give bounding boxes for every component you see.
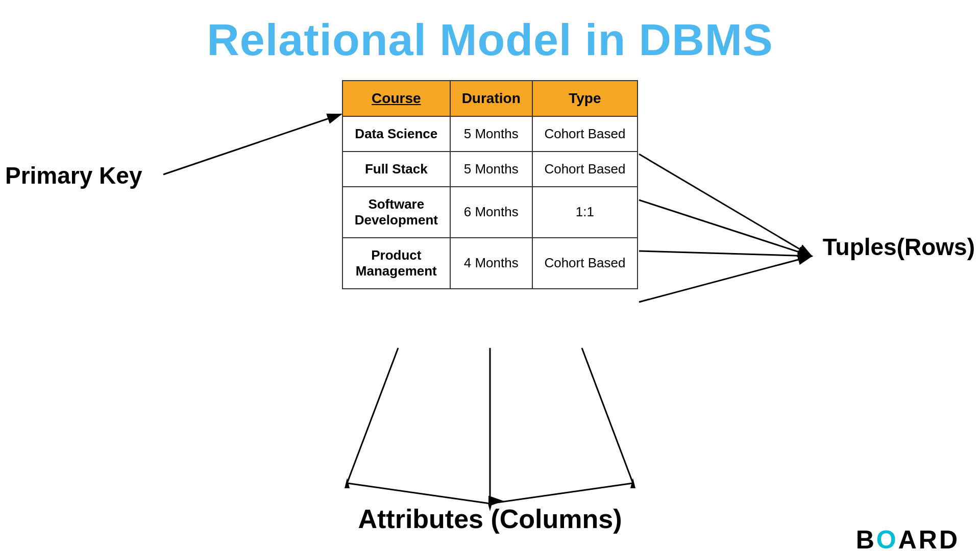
svg-line-3	[163, 114, 341, 174]
logo-b: B	[856, 525, 876, 551]
cell-duration-1: 5 Months	[450, 116, 532, 152]
svg-line-5	[639, 200, 812, 256]
cell-type-3: 1:1	[532, 187, 638, 238]
cell-duration-3: 6 Months	[450, 187, 532, 238]
tuples-label: Tuples(Rows)	[823, 233, 975, 261]
board-logo: BOARD	[856, 525, 960, 551]
cell-duration-4: 4 Months	[450, 238, 532, 289]
cell-course-4: ProductManagement	[342, 238, 450, 289]
svg-line-4	[639, 154, 812, 256]
svg-line-11	[582, 348, 633, 483]
logo-r: R	[919, 525, 939, 551]
svg-marker-15	[630, 478, 635, 488]
cell-duration-2: 5 Months	[450, 152, 532, 187]
logo-d: D	[939, 525, 960, 551]
svg-marker-14	[345, 478, 350, 488]
page-title: Relational Model in DBMS	[0, 0, 980, 65]
relational-table: Course Duration Type Data Science 5 Mont…	[342, 80, 638, 289]
table-row: Full Stack 5 Months Cohort Based	[342, 152, 638, 187]
col-header-course: Course	[342, 81, 450, 116]
cell-course-1: Data Science	[342, 116, 450, 152]
primary-key-label: Primary Key	[5, 162, 142, 189]
table-row: ProductManagement 4 Months Cohort Based	[342, 238, 638, 289]
svg-line-12	[490, 483, 633, 504]
svg-line-9	[347, 483, 490, 504]
svg-line-8	[347, 348, 398, 483]
cell-course-2: Full Stack	[342, 152, 450, 187]
logo-o1: O	[876, 525, 898, 551]
svg-line-6	[639, 251, 812, 256]
col-header-duration: Duration	[450, 81, 532, 116]
cell-type-4: Cohort Based	[532, 238, 638, 289]
cell-type-2: Cohort Based	[532, 152, 638, 187]
cell-course-3: SoftwareDevelopment	[342, 187, 450, 238]
logo-a: A	[898, 525, 919, 551]
table-row: SoftwareDevelopment 6 Months 1:1	[342, 187, 638, 238]
cell-type-1: Cohort Based	[532, 116, 638, 152]
attributes-label: Attributes (Columns)	[358, 504, 622, 534]
svg-line-7	[639, 256, 812, 302]
col-header-type: Type	[532, 81, 638, 116]
table-row: Data Science 5 Months Cohort Based	[342, 116, 638, 152]
